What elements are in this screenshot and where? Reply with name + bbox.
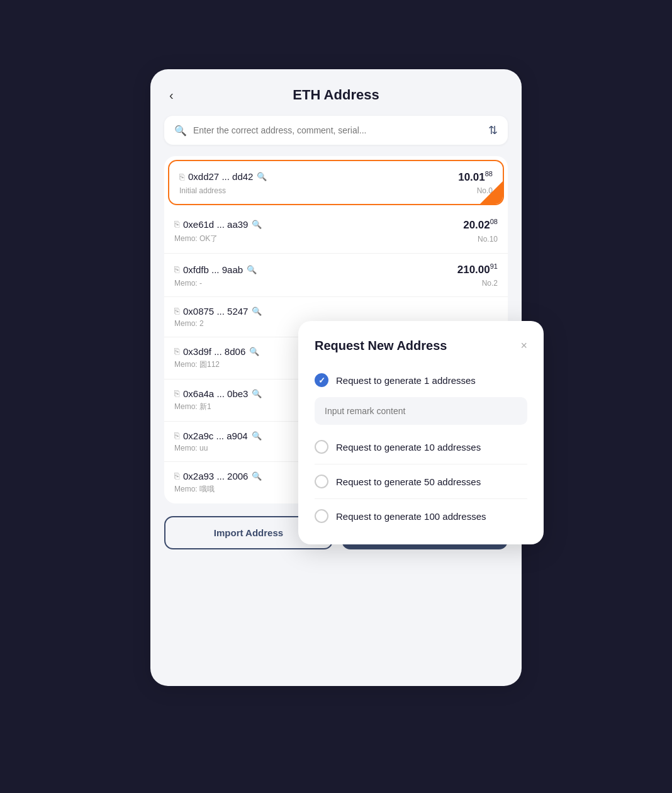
- address-amount: 20.0208: [463, 218, 498, 232]
- divider: [315, 498, 527, 499]
- search-bar: 🔍 ⇅: [164, 116, 508, 145]
- search-input[interactable]: [193, 125, 482, 135]
- search-icon: 🔍: [174, 125, 187, 137]
- radio-label: Request to generate 10 addresses: [336, 442, 481, 453]
- address-search-icon[interactable]: 🔍: [252, 307, 262, 316]
- address-text: 0xfdfb ... 9aab: [183, 264, 243, 275]
- modal-header: Request New Address ×: [315, 339, 527, 353]
- address-search-icon[interactable]: 🔍: [249, 347, 259, 356]
- address-memo: Memo: 2: [174, 319, 204, 328]
- remark-input[interactable]: [315, 397, 527, 425]
- radio-circle: [315, 475, 328, 488]
- address-text: 0x6a4a ... 0be3: [183, 388, 248, 399]
- radio-option[interactable]: Request to generate 50 addresses: [315, 468, 527, 495]
- copy-icon[interactable]: ⎘: [174, 219, 179, 229]
- address-search-icon[interactable]: 🔍: [252, 431, 262, 441]
- address-text: 0x3d9f ... 8d06: [183, 346, 245, 357]
- modal-close-button[interactable]: ×: [520, 339, 527, 352]
- radio-option[interactable]: Request to generate 10 addresses: [315, 434, 527, 460]
- address-item[interactable]: ⎘ 0xdd27 ... dd42 🔍 10.0188 Initial addr…: [168, 160, 504, 205]
- address-number: No.2: [482, 279, 498, 288]
- header: ‹ ETH Address: [164, 87, 508, 103]
- modal-options: Request to generate 1 addresses Request …: [315, 367, 527, 529]
- copy-icon[interactable]: ⎘: [174, 264, 179, 274]
- copy-icon[interactable]: ⎘: [174, 471, 179, 481]
- copy-icon[interactable]: ⎘: [179, 172, 184, 182]
- address-search-icon[interactable]: 🔍: [247, 265, 257, 274]
- address-amount: 210.0091: [457, 262, 498, 276]
- remark-input-wrap: [315, 397, 527, 425]
- modal-card: Request New Address × Request to generat…: [298, 321, 544, 544]
- radio-circle: [315, 373, 328, 387]
- radio-circle: [315, 440, 328, 454]
- divider: [315, 464, 527, 464]
- address-memo: Memo: uu: [174, 444, 208, 453]
- address-text: 0xdd27 ... dd42: [188, 171, 253, 182]
- radio-label: Request to generate 1 addresses: [336, 375, 476, 386]
- copy-icon[interactable]: ⎘: [174, 306, 179, 316]
- address-text: 0x2a9c ... a904: [183, 430, 248, 441]
- address-text: 0x2a93 ... 2006: [183, 471, 248, 481]
- address-item[interactable]: ⎘ 0xfdfb ... 9aab 🔍 210.0091 Memo: - No.…: [164, 254, 508, 297]
- radio-option[interactable]: Request to generate 1 addresses: [315, 367, 527, 393]
- copy-icon[interactable]: ⎘: [174, 430, 179, 441]
- screen-container: ‹ ETH Address 🔍 ⇅ ⎘ 0xdd27 ... dd42 🔍 10…: [128, 50, 544, 743]
- address-memo: Memo: OK了: [174, 233, 218, 244]
- address-memo: Initial address: [179, 186, 226, 195]
- address-search-icon[interactable]: 🔍: [257, 172, 267, 181]
- address-memo: Memo: -: [174, 279, 202, 288]
- page-title: ETH Address: [293, 87, 379, 103]
- radio-label: Request to generate 50 addresses: [336, 476, 481, 487]
- address-search-icon[interactable]: 🔍: [252, 220, 262, 229]
- copy-icon[interactable]: ⎘: [174, 388, 179, 398]
- address-memo: Memo: 哦哦: [174, 484, 215, 495]
- back-button[interactable]: ‹: [164, 86, 179, 105]
- address-text: 0x0875 ... 5247: [183, 306, 248, 317]
- address-memo: Memo: 新1: [174, 402, 211, 412]
- address-text: 0xe61d ... aa39: [183, 219, 248, 230]
- filter-icon[interactable]: ⇅: [488, 123, 498, 137]
- address-search-icon[interactable]: 🔍: [252, 471, 262, 481]
- modal-title: Request New Address: [315, 339, 447, 353]
- selected-badge: [480, 181, 503, 204]
- address-number: No.10: [478, 235, 498, 244]
- address-memo: Memo: 圆112: [174, 359, 220, 370]
- address-search-icon[interactable]: 🔍: [252, 389, 262, 398]
- radio-label: Request to generate 100 addresses: [336, 511, 486, 522]
- copy-icon[interactable]: ⎘: [174, 346, 179, 356]
- radio-circle: [315, 509, 328, 523]
- radio-option[interactable]: Request to generate 100 addresses: [315, 503, 527, 529]
- address-item[interactable]: ⎘ 0xe61d ... aa39 🔍 20.0208 Memo: OK了 No…: [164, 209, 508, 254]
